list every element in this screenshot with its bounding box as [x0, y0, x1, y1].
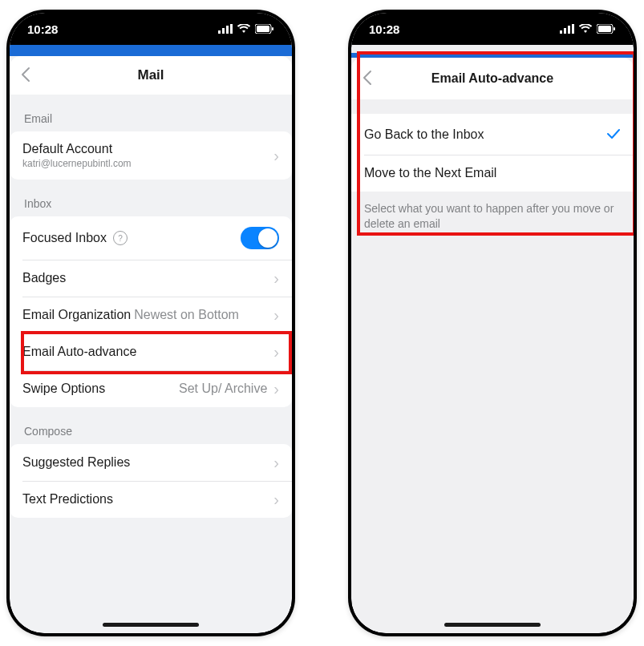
home-indicator[interactable] — [103, 623, 199, 627]
row-default-account[interactable]: Default Account katri@lucernepubintl.com… — [10, 131, 292, 180]
focused-inbox-toggle[interactable] — [241, 227, 279, 249]
option-label: Go Back to the Inbox — [364, 127, 484, 142]
battery-icon — [255, 24, 274, 34]
row-suggested-replies[interactable]: Suggested Replies › — [10, 444, 292, 481]
chevron-right-icon: › — [273, 147, 279, 164]
status-time: 10:28 — [27, 22, 58, 36]
row-email-auto-advance[interactable]: Email Auto-advance › — [10, 333, 292, 370]
option-go-back-to-inbox[interactable]: Go Back to the Inbox — [351, 114, 634, 155]
row-value: Newest on Bottom — [134, 308, 239, 322]
cellular-icon — [560, 24, 574, 34]
device-notch — [87, 13, 215, 34]
row-label: Email Organization — [22, 308, 131, 322]
row-label: Text Predictions — [22, 492, 113, 507]
svg-rect-8 — [564, 28, 566, 34]
chevron-right-icon: › — [273, 491, 279, 507]
underlying-screen-peek — [10, 45, 292, 56]
status-indicators — [560, 24, 616, 34]
help-icon[interactable]: ? — [113, 231, 128, 245]
row-focused-inbox[interactable]: Focused Inbox ? — [10, 216, 292, 260]
row-label: Email Auto-advance — [22, 345, 136, 359]
wifi-icon — [237, 24, 250, 34]
battery-icon — [597, 24, 616, 34]
checkmark-icon — [606, 125, 621, 143]
nav-bar-mail: Mail — [10, 56, 292, 95]
chevron-right-icon: › — [273, 381, 279, 397]
row-text-predictions[interactable]: Text Predictions › — [10, 481, 292, 518]
row-label: Focused Inbox — [22, 231, 107, 245]
svg-rect-6 — [272, 27, 273, 30]
page-title: Mail — [10, 67, 292, 83]
row-subtext: katri@lucernepubintl.com — [22, 158, 132, 169]
home-indicator[interactable] — [444, 623, 541, 627]
section-header-email: Email — [10, 95, 292, 131]
status-indicators — [218, 24, 274, 34]
nav-bar-auto-advance: Email Auto-advance — [351, 58, 634, 99]
svg-rect-2 — [226, 26, 229, 34]
svg-rect-1 — [222, 28, 225, 34]
chevron-right-icon: › — [273, 270, 279, 286]
svg-rect-10 — [572, 24, 574, 34]
status-time: 10:28 — [369, 22, 399, 36]
row-label: Badges — [22, 271, 66, 285]
chevron-right-icon: › — [273, 344, 279, 360]
svg-rect-12 — [598, 26, 611, 32]
wifi-icon — [579, 24, 592, 34]
page-title: Email Auto-advance — [351, 71, 634, 86]
row-badges[interactable]: Badges › — [10, 260, 292, 297]
row-swipe-options[interactable]: Swipe Options Set Up/ Archive › — [10, 370, 292, 407]
svg-rect-3 — [230, 24, 233, 34]
svg-rect-13 — [614, 27, 615, 30]
row-label: Swipe Options — [22, 382, 105, 396]
cellular-icon — [218, 24, 233, 34]
svg-rect-0 — [218, 30, 221, 34]
row-label: Suggested Replies — [22, 455, 130, 470]
section-header-compose: Compose — [10, 407, 292, 444]
chevron-right-icon: › — [273, 454, 279, 470]
device-notch — [428, 13, 557, 34]
footer-description: Select what you want to happen after you… — [351, 192, 634, 241]
row-label: Default Account — [22, 142, 132, 156]
row-email-organization[interactable]: Email Organization Newest on Bottom › — [10, 297, 292, 333]
option-label: Move to the Next Email — [364, 166, 496, 180]
svg-rect-7 — [560, 30, 562, 34]
option-move-to-next-email[interactable]: Move to the Next Email — [351, 155, 634, 192]
phone-frame-right: 10:28 Email Auto-advance — [348, 10, 637, 636]
section-header-inbox: Inbox — [10, 180, 292, 216]
row-value: Set Up/ Archive — [179, 382, 267, 396]
svg-rect-9 — [568, 26, 570, 34]
svg-rect-5 — [257, 26, 269, 32]
chevron-right-icon: › — [273, 307, 279, 323]
phone-frame-left: 10:28 Mail Em — [6, 10, 295, 636]
